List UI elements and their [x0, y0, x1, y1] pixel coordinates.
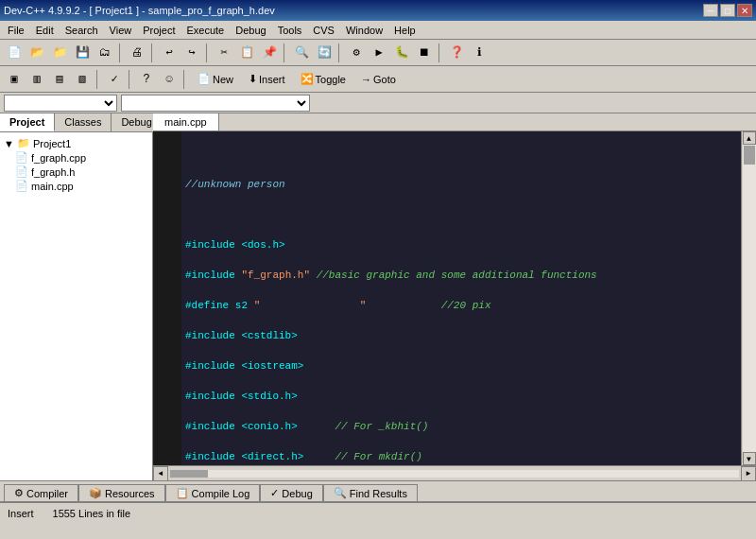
menu-file[interactable]: File [2, 23, 30, 38]
left-panel: Project Classes Debug ▼ 📁 Project1 📄 f_g… [0, 113, 153, 480]
tab-project[interactable]: Project [0, 113, 55, 131]
new-icon: 📄 [198, 73, 211, 85]
bottom-panel-tabs: ⚙ Compiler 📦 Resources 📋 Compile Log ✓ D… [0, 480, 756, 501]
menu-search[interactable]: Search [60, 23, 104, 38]
debug-btn[interactable]: 🐛 [391, 43, 412, 63]
menu-help[interactable]: Help [388, 23, 421, 38]
panel-toggle-1[interactable]: ▣ [4, 69, 25, 90]
scroll-right-btn[interactable]: ► [741, 466, 756, 481]
code-content[interactable]: //unknown person #include <dos.h> #inclu… [181, 131, 741, 465]
lines-info: 1555 Lines in file [53, 508, 131, 519]
project-expand-icon: ▼ [4, 138, 14, 149]
run-btn[interactable]: ▶ [369, 43, 389, 63]
save-btn[interactable]: 💾 [72, 43, 93, 63]
code-tabs: main.cpp [153, 113, 756, 131]
menu-debug[interactable]: Debug [230, 23, 271, 38]
menu-execute[interactable]: Execute [180, 23, 230, 38]
panel-toggle-2[interactable]: ▥ [26, 69, 47, 90]
file-main-cpp[interactable]: 📄 main.cpp [15, 179, 148, 193]
menu-cvs[interactable]: CVS [307, 23, 340, 38]
scroll-down-btn[interactable]: ▼ [743, 452, 756, 465]
member-dropdown[interactable] [121, 95, 310, 112]
new-label: New [213, 74, 233, 85]
redo-btn[interactable]: ↪ [181, 43, 202, 63]
menu-tools[interactable]: Tools [272, 23, 308, 38]
tab-resources[interactable]: 📦 Resources [78, 484, 165, 501]
toggle-icon: 🔀 [301, 73, 314, 85]
print-btn[interactable]: 🖨 [127, 43, 147, 63]
toolbar-1: 📄 📂 📁 💾 🗂 🖨 ↩ ↪ ✂ 📋 📌 🔍 🔄 ⚙ ▶ 🐛 ⏹ ❓ ℹ [0, 40, 756, 66]
goto-label: Goto [373, 74, 396, 85]
panel-toggle-4[interactable]: ▧ [72, 69, 93, 90]
hscroll-thumb[interactable] [170, 470, 208, 478]
open-file-btn[interactable]: 📂 [26, 43, 47, 63]
stop-btn[interactable]: ⏹ [414, 43, 435, 63]
tab-debug-bottom[interactable]: ✓ Debug [260, 484, 322, 501]
menu-bar: File Edit Search View Project Execute De… [0, 21, 756, 40]
maximize-button[interactable]: □ [720, 4, 735, 17]
resources-icon: 📦 [89, 487, 102, 499]
panel-tabs: Project Classes Debug [0, 113, 152, 132]
vertical-scrollbar[interactable]: ▲ ▼ [741, 131, 756, 465]
insert-label: Insert [259, 74, 285, 85]
goto-button[interactable]: → Goto [354, 69, 403, 90]
tab-compile-log[interactable]: 📋 Compile Log [165, 484, 261, 501]
copy-btn[interactable]: 📋 [236, 43, 257, 63]
tree-children: 📄 f_graph.cpp 📄 f_graph.h 📄 main.cpp [4, 150, 148, 193]
insert-button[interactable]: ⬇ Insert [242, 69, 292, 90]
file-tree: ▼ 📁 Project1 📄 f_graph.cpp 📄 f_graph.h 📄… [0, 132, 152, 480]
title-bar: Dev-C++ 4.9.9.2 - [ Project1 ] - sample_… [0, 0, 756, 21]
file-icon-2: 📄 [15, 165, 28, 178]
class-dropdown[interactable] [4, 95, 117, 112]
code-editor: //unknown person #include <dos.h> #inclu… [153, 131, 756, 465]
code-area: main.cpp //unknown person #include <dos.… [153, 113, 756, 480]
menu-window[interactable]: Window [340, 23, 388, 38]
tab-classes[interactable]: Classes [55, 113, 112, 131]
new-file-btn[interactable]: 📄 [4, 43, 25, 63]
file-icon-1: 📄 [15, 151, 28, 164]
tab-find-results[interactable]: 🔍 Find Results [323, 484, 418, 501]
save-all-btn[interactable]: 🗂 [94, 43, 115, 63]
tree-project-root[interactable]: ▼ 📁 Project1 [4, 136, 148, 150]
checkmark-btn[interactable]: ✓ [104, 69, 125, 90]
menu-project[interactable]: Project [137, 23, 180, 38]
scroll-track [743, 145, 756, 452]
question-btn[interactable]: ? [136, 69, 157, 90]
find-btn[interactable]: 🔍 [291, 43, 312, 63]
toggle-button[interactable]: 🔀 Toggle [294, 69, 352, 90]
sep-2 [151, 43, 155, 62]
compile-log-icon: 📋 [176, 487, 189, 499]
file-icon-3: 📄 [15, 180, 28, 192]
new-button[interactable]: 📄 New [191, 69, 240, 90]
help-btn[interactable]: ❓ [446, 43, 467, 63]
scroll-left-btn[interactable]: ◄ [153, 466, 168, 481]
project-folder-icon: 📁 [17, 137, 30, 149]
scroll-up-btn[interactable]: ▲ [743, 131, 756, 145]
about-btn[interactable]: ℹ [469, 43, 490, 63]
paste-btn[interactable]: 📌 [259, 43, 280, 63]
sep-t2-2 [129, 70, 132, 89]
debug-label: Debug [282, 488, 312, 499]
close-button[interactable]: ✕ [737, 4, 752, 17]
project-name: Project1 [33, 138, 71, 149]
cut-btn[interactable]: ✂ [214, 43, 234, 63]
scroll-thumb[interactable] [744, 146, 755, 165]
sep-6 [438, 43, 442, 62]
minimize-button[interactable]: ─ [703, 4, 718, 17]
tab-compiler[interactable]: ⚙ Compiler [4, 484, 78, 501]
sep-5 [338, 43, 342, 62]
insert-icon: ⬇ [249, 73, 257, 85]
menu-view[interactable]: View [104, 23, 138, 38]
panel-toggle-3[interactable]: ▤ [49, 69, 70, 90]
tab-main-cpp[interactable]: main.cpp [153, 113, 219, 130]
menu-edit[interactable]: Edit [30, 23, 60, 38]
compile-btn[interactable]: ⚙ [346, 43, 367, 63]
undo-btn[interactable]: ↩ [159, 43, 180, 63]
file-f-graph-cpp[interactable]: 📄 f_graph.cpp [15, 150, 148, 165]
sep-t2-1 [96, 70, 100, 89]
line-gutter [153, 131, 181, 465]
open-project-btn[interactable]: 📁 [49, 43, 70, 63]
file-f-graph-h[interactable]: 📄 f_graph.h [15, 165, 148, 179]
smiley-btn[interactable]: ☺ [159, 69, 180, 90]
replace-btn[interactable]: 🔄 [314, 43, 335, 63]
